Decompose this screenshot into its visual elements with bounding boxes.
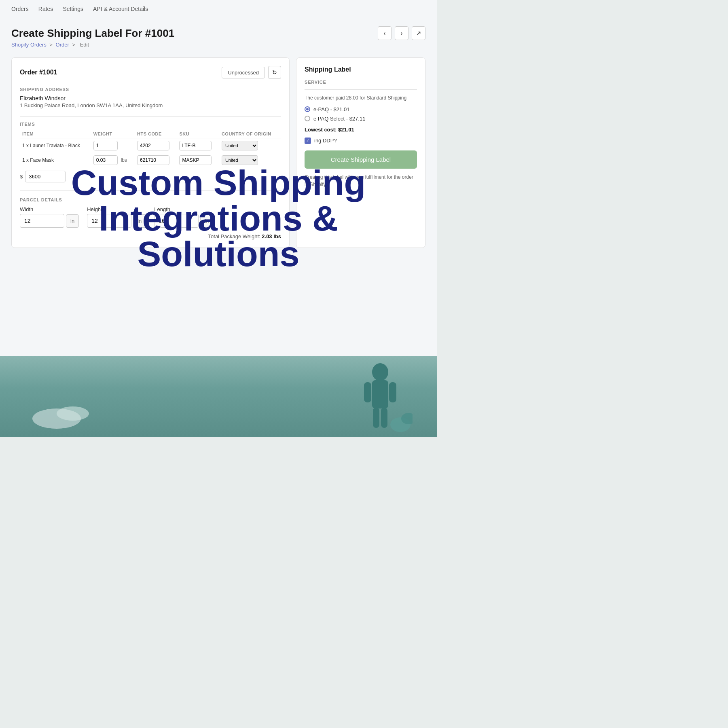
width-label: Width <box>20 206 79 212</box>
refresh-button[interactable]: ↻ <box>268 66 281 79</box>
items-label: ITEMS <box>20 122 281 127</box>
service-name-1: e-PAQ - $21.01 <box>313 106 349 112</box>
length-group: Length in <box>154 206 213 228</box>
page-title: Create Shipping Label For #1001 <box>11 27 174 40</box>
service-section: SERVICE The customer paid 28.00 for Stan… <box>305 80 417 188</box>
parcel-section: PARCEL DETAILS Width in Height in <box>20 197 281 239</box>
service-option-2[interactable]: e PAQ Select - $27.11 <box>305 116 417 122</box>
right-panel: Shipping Label SERVICE The customer paid… <box>296 57 425 248</box>
shipping-address-label: SHIPPING ADDRESS <box>20 87 281 92</box>
address-line: 1 Bucking Palace Road, London SW1A 1AA, … <box>20 102 281 108</box>
svg-rect-2 <box>364 382 371 402</box>
col-hts: HTS CODE <box>135 130 177 138</box>
order-status-area: Unprocessed ↻ <box>222 66 281 79</box>
total-weight: Total Package Weight: 2.03 lbs <box>20 233 281 239</box>
nav-settings[interactable]: Settings <box>63 6 83 12</box>
width-unit: in <box>66 214 79 228</box>
service-options: e-PAQ - $21.01 e PAQ Select - $27.11 <box>305 106 417 122</box>
col-item: ITEM <box>20 130 91 138</box>
ui-container: Orders Rates Settings API & Account Deta… <box>0 0 437 356</box>
item-sku-2[interactable] <box>179 155 212 165</box>
item-weight-2[interactable] <box>93 155 118 165</box>
value-row: $ <box>20 171 281 182</box>
external-link-button[interactable]: ↗ <box>412 26 425 40</box>
table-row: 1 x Launer Traviata - Black United <box>20 138 281 153</box>
breadcrumb-edit: Edit <box>80 42 89 48</box>
nav-orders[interactable]: Orders <box>11 6 29 12</box>
col-weight: WEIGHT <box>91 130 135 138</box>
item-hts-2[interactable] <box>137 155 169 165</box>
length-label: Length <box>154 206 213 212</box>
main-content: Order #1001 Unprocessed ↻ SHIPPING ADDRE… <box>0 51 437 254</box>
service-label: SERVICE <box>305 80 417 85</box>
height-unit: in <box>133 214 146 228</box>
nav-rates[interactable]: Rates <box>38 6 53 12</box>
item-name-2: 1 x Face Mask <box>20 153 91 167</box>
parcel-label: PARCEL DETAILS <box>20 197 281 202</box>
notice-text: The customer paid 28.00 for Standard Shi… <box>305 95 417 102</box>
svg-rect-3 <box>389 382 396 402</box>
item-country-2[interactable]: United <box>222 155 258 165</box>
service-option-1[interactable]: e-PAQ - $21.01 <box>305 106 417 112</box>
item-sku-1[interactable] <box>179 141 212 150</box>
status-badge: Unprocessed <box>222 67 265 78</box>
col-country: COUNTRY OF ORIGIN <box>219 130 281 138</box>
item-country-1[interactable]: United <box>222 141 258 150</box>
item-weight-1[interactable] <box>93 141 118 150</box>
prev-button[interactable]: ‹ <box>378 26 392 40</box>
ddp-checkbox[interactable]: ✓ <box>305 138 311 144</box>
breadcrumb: Shopify Orders > Order > Edit <box>11 42 425 48</box>
address-name: Elizabeth Windsor <box>20 95 281 102</box>
length-input[interactable] <box>154 214 199 228</box>
width-input[interactable] <box>20 214 64 228</box>
col-sku: SKU <box>177 130 219 138</box>
ddp-label: ing DDP? <box>314 138 337 144</box>
ddp-row[interactable]: ✓ ing DDP? <box>305 138 417 144</box>
header-actions: ‹ › ↗ <box>378 26 425 40</box>
value-input[interactable] <box>25 171 66 182</box>
bg-blob-2 <box>57 406 89 421</box>
service-name-2: e PAQ Select - $27.11 <box>313 116 365 122</box>
item-hts-1[interactable] <box>137 141 169 150</box>
height-group: Height in <box>87 206 146 228</box>
radio-epaq-select[interactable] <box>305 116 310 121</box>
items-section: ITEMS ITEM WEIGHT HTS CODE SKU COUNTRY O… <box>20 122 281 182</box>
breadcrumb-shopify-orders[interactable]: Shopify Orders <box>11 42 47 48</box>
value-prefix: $ <box>20 174 23 180</box>
nav-bar: Orders Rates Settings API & Account Deta… <box>0 0 437 18</box>
nav-api-account[interactable]: API & Account Details <box>93 6 148 12</box>
panel-title: Shipping Label <box>305 66 417 73</box>
dimensions-row: Width in Height in Len <box>20 206 281 228</box>
length-unit: in <box>200 214 213 228</box>
order-id: Order #1001 <box>20 69 57 76</box>
svg-point-0 <box>372 363 388 381</box>
next-button[interactable]: › <box>395 26 408 40</box>
lowest-cost: Lowest cost: $21.01 <box>305 127 417 133</box>
order-header: Order #1001 Unprocessed ↻ <box>20 66 281 79</box>
breadcrumb-order[interactable]: Order <box>56 42 69 48</box>
svg-rect-1 <box>372 380 388 408</box>
create-label-button[interactable]: Create Shipping Label <box>305 150 417 169</box>
width-group: Width in <box>20 206 79 228</box>
weight-unit: lbs <box>121 157 127 163</box>
height-label: Height <box>87 206 146 212</box>
table-row: 1 x Face Mask lbs United <box>20 153 281 167</box>
fulfillment-note: Creating this label will open fulfillmen… <box>305 174 417 188</box>
page-header: Create Shipping Label For #1001 ‹ › ↗ Sh… <box>0 18 437 51</box>
height-input[interactable] <box>87 214 131 228</box>
svg-rect-4 <box>373 408 379 428</box>
svg-rect-5 <box>381 408 387 428</box>
left-panel: Order #1001 Unprocessed ↻ SHIPPING ADDRE… <box>11 57 290 248</box>
radio-epaq[interactable] <box>305 106 310 112</box>
shipping-address: SHIPPING ADDRESS Elizabeth Windsor 1 Buc… <box>20 87 281 108</box>
figure-area <box>348 356 413 437</box>
items-table: ITEM WEIGHT HTS CODE SKU COUNTRY OF ORIG… <box>20 130 281 167</box>
item-name-1: 1 x Launer Traviata - Black <box>20 138 91 153</box>
